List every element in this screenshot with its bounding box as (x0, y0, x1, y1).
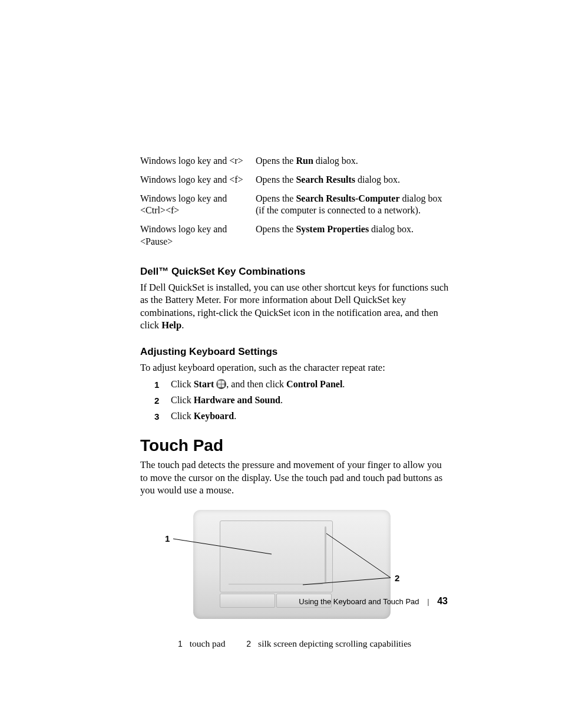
legend-text-1: touch pad (190, 638, 226, 648)
legend-num-1: 1 (178, 639, 183, 648)
page-footer: Using the Keyboard and Touch Pad | 43 (0, 596, 448, 607)
shortcut-keys: Windows logo key and <f> (140, 171, 256, 190)
heading-quickset: Dell™ QuickSet Key Combinations (140, 266, 449, 278)
shortcut-keys: Windows logo key and <Pause> (140, 220, 256, 252)
svg-line-0 (173, 539, 272, 554)
footer-separator: | (427, 597, 429, 606)
table-row: Windows logo key and <f> Opens the Searc… (140, 171, 449, 190)
shortcut-desc: Opens the Run dialog box. (256, 152, 449, 171)
touchpad-body: The touch pad detects the pressure and m… (140, 459, 449, 496)
windows-start-icon (216, 379, 226, 389)
shortcut-desc: Opens the Search Results dialog box. (256, 171, 449, 190)
page-number: 43 (437, 596, 448, 606)
callout-lines (140, 510, 449, 628)
quickset-body: If Dell QuickSet is installed, you can u… (140, 281, 449, 332)
step-number: 1 (154, 378, 159, 391)
callout-2: 2 (395, 573, 399, 583)
shortcut-keys: Windows logo key and <r> (140, 152, 256, 171)
shortcut-table: Windows logo key and <r> Opens the Run d… (140, 152, 449, 252)
list-item: 2 Click Hardware and Sound. (140, 393, 449, 408)
list-item: 1 Click Start , and then click Control P… (140, 377, 449, 392)
step-number: 2 (154, 394, 159, 407)
touchpad-diagram: 1 2 (140, 510, 449, 628)
heading-adjusting: Adjusting Keyboard Settings (140, 346, 449, 358)
callout-1: 1 (165, 533, 170, 543)
legend-text-2: silk screen depicting scrolling capabili… (258, 638, 411, 648)
steps-list: 1 Click Start , and then click Control P… (140, 377, 449, 423)
diagram-legend: 1touch pad 2silk screen depicting scroll… (140, 638, 449, 649)
step-number: 3 (154, 410, 159, 423)
adjusting-intro: To adjust keyboard operation, such as th… (140, 361, 449, 374)
svg-line-1 (326, 533, 391, 578)
table-row: Windows logo key and <Pause> Opens the S… (140, 220, 449, 252)
heading-touchpad: Touch Pad (140, 436, 449, 455)
table-row: Windows logo key and <Ctrl><f> Opens the… (140, 190, 449, 221)
legend-num-2: 2 (246, 639, 251, 648)
table-row: Windows logo key and <r> Opens the Run d… (140, 152, 449, 171)
svg-line-2 (303, 578, 391, 585)
footer-title: Using the Keyboard and Touch Pad (299, 597, 419, 606)
list-item: 3 Click Keyboard. (140, 409, 449, 424)
shortcut-desc: Opens the System Properties dialog box. (256, 220, 449, 252)
page-content: Windows logo key and <r> Opens the Run d… (140, 152, 449, 649)
shortcut-keys: Windows logo key and <Ctrl><f> (140, 190, 256, 221)
shortcut-desc: Opens the Search Results-Computer dialog… (256, 190, 449, 221)
